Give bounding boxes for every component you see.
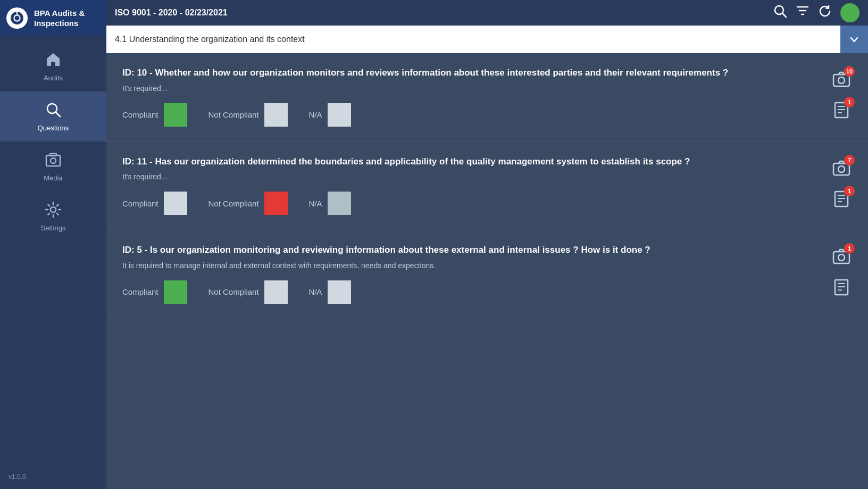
topbar-actions [773,3,859,22]
compliant-label-10: Compliant [122,110,158,119]
sidebar-item-settings[interactable]: Settings [0,192,106,242]
camera-button-11[interactable]: 7 [828,155,855,181]
na-box-10[interactable] [328,103,351,127]
question-card-5: ID: 5 - Is our organization monitoring a… [106,230,868,319]
answer-row-11: Compliant Not Compliant N/A [122,192,815,215]
sidebar-item-questions-label: Questions [38,124,69,132]
topbar: ISO 9001 - 2020 - 02/23/2021 [106,0,868,26]
answer-compliant-5: Compliant [122,280,187,304]
camera-button-10[interactable]: 10 [828,66,855,93]
search-icon[interactable] [773,4,787,21]
answer-compliant-10: Compliant [122,103,187,127]
question-body-5: ID: 5 - Is our organization monitoring a… [122,243,825,304]
svg-point-12 [838,77,845,84]
sidebar-item-settings-label: Settings [41,224,66,232]
answer-na-10: N/A [309,103,351,127]
answer-notcompliant-5: Not Compliant [208,280,288,304]
section-dropdown-bar: 4.1 Understanding the organization and i… [106,26,868,53]
na-box-5[interactable] [328,280,351,304]
question-card-11: ID: 11 - Has our organization determined… [106,142,868,231]
compliant-label-11: Compliant [122,199,158,208]
question-title-5: ID: 5 - Is our organization monitoring a… [122,243,815,257]
answer-notcompliant-11: Not Compliant [208,192,288,215]
camera-badge-5: 1 [844,243,855,254]
notcompliant-box-11[interactable] [264,192,288,215]
svg-line-10 [782,13,786,17]
answer-na-5: N/A [309,280,351,304]
sidebar: BPA Audits & Inspections Audits Question… [0,0,106,489]
card-actions-11: 7 1 [825,155,857,212]
svg-line-4 [56,112,60,117]
compliant-box-5[interactable] [164,280,187,304]
sidebar-item-questions[interactable]: Questions [0,92,106,142]
notcompliant-box-10[interactable] [264,103,288,127]
question-title-11: ID: 11 - Has our organization determined… [122,155,815,169]
audits-icon [45,51,62,72]
app-title: BPA Audits & Inspections [34,8,100,29]
sidebar-item-audits[interactable]: Audits [0,42,106,92]
svg-point-6 [51,158,56,163]
note-button-5[interactable] [828,274,855,301]
version-label: v1.0.0 [0,465,106,489]
question-body-11: ID: 11 - Has our organization determined… [122,155,825,216]
camera-button-5[interactable]: 1 [828,243,855,270]
note-button-11[interactable]: 1 [828,186,855,212]
sidebar-nav: Audits Questions Media [0,36,106,465]
note-button-10[interactable]: 1 [828,97,855,123]
question-body-10: ID: 10 - Whether and how our organizatio… [122,66,825,127]
topbar-title: ISO 9001 - 2020 - 02/23/2021 [115,8,228,18]
compliant-box-10[interactable] [164,103,187,127]
na-label-5: N/A [309,287,322,296]
sidebar-item-media[interactable]: Media [0,142,106,192]
app-logo [6,7,28,29]
sidebar-item-audits-label: Audits [44,74,63,82]
question-desc-5: It is required to manage internal and ex… [122,261,815,270]
na-label-10: N/A [309,110,322,119]
notcompliant-label-11: Not Compliant [208,199,259,208]
answer-row-10: Compliant Not Compliant N/A [122,103,815,127]
question-desc-11: It's required... [122,172,815,181]
svg-point-18 [838,166,845,172]
questions-icon [45,101,62,122]
dropdown-arrow-button[interactable] [840,26,868,53]
questions-content: ID: 10 - Whether and how our organizatio… [106,53,868,489]
refresh-icon[interactable] [818,4,832,21]
svg-point-8 [51,207,56,212]
compliant-label-5: Compliant [122,287,158,296]
answer-notcompliant-10: Not Compliant [208,103,288,127]
main-content: ISO 9001 - 2020 - 02/23/2021 [106,0,868,489]
notcompliant-box-5[interactable] [264,280,288,304]
sidebar-item-media-label: Media [44,174,62,182]
settings-icon [45,201,62,222]
user-avatar[interactable] [840,3,859,22]
question-desc-10: It's required... [122,84,815,93]
camera-badge-11: 7 [844,155,855,165]
answer-na-11: N/A [309,192,351,215]
svg-rect-5 [46,155,60,166]
compliant-box-11[interactable] [164,192,187,215]
sidebar-header: BPA Audits & Inspections [0,0,106,36]
svg-point-24 [838,254,845,261]
card-actions-5: 1 [825,243,857,301]
filter-icon[interactable] [796,4,809,21]
notcompliant-label-10: Not Compliant [208,110,259,119]
camera-badge-10: 10 [844,66,855,77]
answer-compliant-11: Compliant [122,192,187,215]
note-badge-10: 1 [844,97,855,107]
na-box-11[interactable] [328,192,351,215]
section-dropdown-value[interactable]: 4.1 Understanding the organization and i… [115,35,840,44]
question-title-10: ID: 10 - Whether and how our organizatio… [122,66,815,80]
na-label-11: N/A [309,199,322,208]
answer-row-5: Compliant Not Compliant N/A [122,280,815,304]
svg-rect-7 [50,153,56,156]
note-badge-11: 1 [844,186,855,196]
card-actions-10: 10 1 [825,66,857,123]
question-card-10: ID: 10 - Whether and how our organizatio… [106,53,868,142]
notcompliant-label-5: Not Compliant [208,287,259,296]
media-icon [45,151,62,172]
